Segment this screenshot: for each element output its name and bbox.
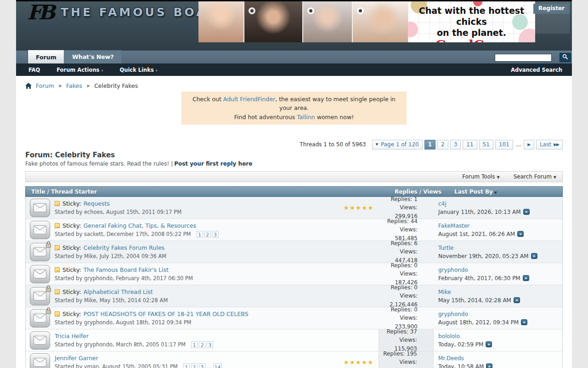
last-page-button[interactable]: Last▶▶ [536,140,563,150]
thread-page-link[interactable]: 2 [204,231,211,238]
webcam-icon [357,7,364,14]
last-post-user-link[interactable]: Turtle [438,244,562,252]
page-number-button[interactable]: 11 [463,140,477,150]
tab-whats-new[interactable]: What's New? [64,50,122,63]
breadcrumb-fakes[interactable]: Fakes [66,82,82,89]
table-row: Sticky: The Famous Board Fakir's List St… [26,263,562,285]
thread-page-link[interactable]: 1 [183,363,190,368]
page-number-button[interactable]: 2 [437,140,448,150]
go-to-last-post-icon[interactable]: » [514,297,520,303]
thread-title-link[interactable]: Alphabetical Thread List [84,288,153,295]
sticky-note-icon [55,267,60,272]
column-title-thread-starter[interactable]: Title / Thread Starter [26,189,395,195]
last-post-date: January 11th, 2026, 10:13 AM [438,208,521,216]
sticky-label: Sticky: [62,266,81,273]
forum-description: Fake photos of famous female stars. Read… [25,161,563,167]
envelope-icon [30,221,50,239]
views-count: Views: 481,349 [379,358,417,368]
page-selector-button[interactable]: ▼ Page 1 of 120 [372,140,423,150]
faq-link[interactable]: FAQ [28,67,40,73]
thread-title-link[interactable]: Requests [84,200,110,207]
page-number-button[interactable]: 1 [424,140,435,150]
thread-title-link[interactable]: Celebrity Fakes Forum Rules [84,244,164,251]
search-button[interactable] [560,53,571,62]
thread-started-by: Started by echoes, August 15th, 2011 09:… [55,209,181,215]
thread-page-link[interactable]: 2 [191,363,198,368]
sticky-note-icon [55,201,60,206]
go-to-last-post-icon[interactable]: » [523,275,529,281]
ad-headline-line1: Chat with the hottest chicks [408,6,535,28]
thread-title-link[interactable]: POST HEADSHOTS OF FAKES OF 18-21 YEAR OL… [84,310,249,317]
register-button[interactable]: Register [533,4,570,14]
last-post-user-link[interactable]: Mr.Deeds [438,354,562,362]
last-post-user-link[interactable]: gryphondo [438,266,562,274]
thread-text: Sticky: POST HEADSHOTS OF FAKES OF 18-21… [55,310,249,326]
last-post-cell: c4j January 11th, 2026, 10:13 AM » [434,197,562,218]
home-icon[interactable] [25,83,32,89]
search-forum-menu[interactable]: Search Forum▼ [514,173,556,180]
page-number-button[interactable]: 101 [495,140,513,150]
thread-page-link[interactable]: 3 [199,363,205,368]
sticky-label: Sticky: [62,288,81,295]
go-to-last-post-icon[interactable]: » [523,209,530,215]
webcam-icon [249,7,255,14]
ad-banner[interactable]: Chat with the hottest chicks on the plan… [198,1,535,42]
tab-bar: Forum What's New? [16,51,572,63]
sticky-label: Sticky: [62,244,81,251]
last-post-cell: gryphondo February 4th, 2017, 06:30 PM » [434,263,562,285]
breadcrumb-forum[interactable]: Forum [36,82,54,89]
last-post-user-link[interactable]: bolololo [438,332,562,340]
last-post-user-link[interactable]: gryphondo [438,310,562,318]
thread-page-link[interactable]: 2 [199,341,205,348]
tab-forum[interactable]: Forum [28,50,65,63]
forum-actions-menu[interactable]: Forum Actions▾ [57,67,103,73]
thread-title-link[interactable]: The Famous Board Fakir's List [84,266,169,273]
thread-page-link[interactable]: 1 [191,341,198,348]
thread-title-cell: Sticky: Requests Started by echoes, Augu… [26,197,379,218]
sticky-label: Sticky: [62,222,81,229]
thread-page-link[interactable]: 3 [207,341,213,348]
replies-count: Replies: 44 [379,217,418,226]
thread-stats-cell: Replies: 195 Views: 481,349 [379,351,434,368]
thread-page-link[interactable]: 1 [197,231,203,238]
quick-links-menu[interactable]: Quick Links▾ [119,67,157,73]
column-replies-views: Replies / Views [395,189,450,195]
last-post-user-link[interactable]: c4j [438,200,562,208]
thread-title-link[interactable]: Tricia Helfer [55,333,89,339]
thread-title-link[interactable]: General Faking Chat, Tips, & Resources [84,222,196,229]
ad-brand: GoodCum [408,39,535,42]
forum-tools-menu[interactable]: Forum Tools▼ [462,173,500,180]
star-icon: ★ [356,359,362,366]
thread-stats-cell: Replies: 1 Views: 299,916 [379,197,434,218]
search-input[interactable] [495,54,552,62]
page-number-button[interactable]: 51 [479,140,493,150]
star-icon: ★ [362,204,368,211]
thread-started-by: Started by Mike, July 12th, 2004 09:36 A… [55,253,166,259]
adult-friendfinder-link[interactable]: Adult FriendFinder [223,96,275,103]
notice-text: Check out [192,96,223,103]
go-to-last-post-icon[interactable]: » [486,363,492,368]
replies-count: Replies: 195 [379,350,417,358]
next-page-button[interactable]: ▶ [524,140,534,150]
thread-page-links: 123 [195,231,219,238]
thread-text: Sticky: Requests Started by echoes, Augu… [55,200,181,215]
last-post-user-link[interactable]: Mike [438,288,562,296]
column-last-post-by[interactable]: Last Post By▼ [450,189,562,195]
go-to-last-post-icon[interactable]: » [521,319,527,325]
star-icon: ★ [344,204,350,211]
last-post-user-link[interactable]: FakeMaster [438,222,562,230]
thread-stats-cell: Replies: 0 Views: 233,900 [379,307,434,329]
page-number-button[interactable]: 3 [450,140,461,150]
thread-page-link[interactable]: 14 [213,363,222,368]
post-first-reply-link[interactable]: Post your first reply here [174,161,252,167]
thread-title-link[interactable]: Jennifer Garner [55,355,98,362]
notice-text: , the easiest way to meet single people … [275,96,396,111]
go-to-last-post-icon[interactable]: » [531,253,537,259]
thread-stats-cell: Replies: 6 Views: 447,418 [379,241,434,263]
tallinn-link[interactable]: Tallinn [297,114,315,121]
thread-page-link[interactable]: 3 [212,231,219,238]
go-to-last-post-icon[interactable]: » [517,231,524,237]
go-to-last-post-icon[interactable]: » [486,341,492,347]
advanced-search-link[interactable]: Advanced Search [511,67,562,73]
envelope-icon [30,331,50,350]
